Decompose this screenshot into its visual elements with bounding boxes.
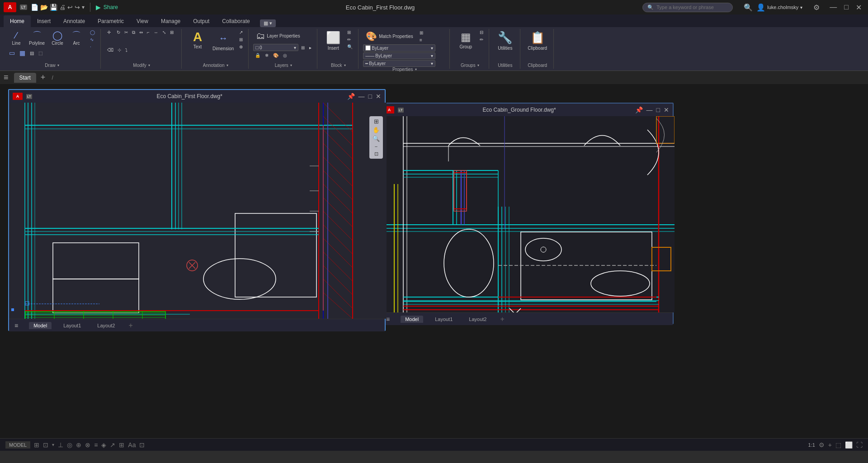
new-tab-button[interactable]: +	[38, 73, 48, 82]
table-button[interactable]: ⊞	[237, 36, 245, 43]
pin-icon-2[interactable]: 📌	[635, 106, 643, 113]
rectangle-button[interactable]: ▭	[7, 48, 17, 57]
minimize-icon-1[interactable]: —	[359, 93, 365, 100]
otrack-icon[interactable]: ⊗	[85, 441, 90, 449]
layout-add-2[interactable]: +	[498, 315, 506, 323]
ungroup-button[interactable]: ⊟	[478, 29, 485, 36]
rotate-button[interactable]: ↻	[115, 29, 122, 36]
layout-menu-1[interactable]: ≡	[14, 322, 18, 329]
layout-tab-2-1[interactable]: Layout2	[93, 322, 119, 329]
search-input[interactable]	[656, 5, 724, 10]
doc-tab-start[interactable]: Start	[14, 73, 36, 83]
layout-menu-2[interactable]: ≡	[386, 316, 390, 323]
pin-icon-1[interactable]: 📌	[347, 93, 355, 100]
transparency-icon[interactable]: ◈	[101, 441, 106, 449]
zoom-out-icon[interactable]: −	[375, 144, 377, 149]
lineweight-status-icon[interactable]: ≡	[94, 441, 98, 449]
text-button[interactable]: A Text	[186, 29, 209, 51]
line-button[interactable]: ⁄ Line	[7, 29, 25, 47]
new-icon[interactable]: 📄	[31, 4, 38, 11]
osnap-icon[interactable]: ⊕	[76, 441, 81, 449]
layer-state-button[interactable]: 🔒	[253, 52, 262, 59]
layout-add-1[interactable]: +	[127, 321, 134, 330]
dimension-button[interactable]: ↔ Dimension	[210, 29, 236, 53]
polar-icon[interactable]: ◎	[67, 441, 72, 449]
linetype-dropdown[interactable]: —— ByLayer ▾	[363, 52, 435, 59]
tab-parametric[interactable]: Parametric	[91, 15, 130, 27]
groups-group-label[interactable]: Groups ▾	[461, 63, 479, 69]
move-button[interactable]: ✛	[105, 29, 114, 36]
lineweight-dropdown[interactable]: ━ ByLayer ▾	[363, 60, 435, 67]
tab-view[interactable]: View	[130, 15, 155, 27]
settings-icon[interactable]: ⚙	[813, 3, 820, 12]
user-dropdown[interactable]: ▾	[800, 5, 802, 10]
trim-button[interactable]: ✂	[123, 29, 130, 36]
minimize-icon-2[interactable]: —	[646, 106, 653, 113]
utilities-button[interactable]: 🔧 Utilities	[494, 29, 516, 52]
layer-tools-button[interactable]: ⊞	[299, 44, 307, 51]
pan-icon[interactable]: ✋	[373, 127, 380, 133]
circle-button[interactable]: ◯ Circle	[48, 29, 66, 47]
clipboard-button[interactable]: 📋 Clipboard	[525, 29, 550, 52]
leader-button[interactable]: ↗	[237, 29, 245, 36]
open-icon[interactable]: 📂	[40, 4, 48, 11]
fullscreen-icon[interactable]: ⛶	[856, 441, 863, 449]
dropdown-arrow[interactable]: ▾	[82, 4, 85, 10]
layers-group-label[interactable]: Layers ▾	[275, 63, 292, 69]
workspace-dropdown[interactable]: ▦ ▾	[260, 19, 276, 27]
gizmo-icon[interactable]: ⊞	[119, 441, 124, 449]
hatch-button[interactable]: ▦	[18, 48, 27, 57]
properties-group-label[interactable]: Properties ▾	[392, 67, 417, 73]
share-label[interactable]: Share	[104, 4, 118, 10]
block-explore-button[interactable]: 🔍	[345, 43, 354, 50]
minimize-button[interactable]: —	[827, 3, 840, 11]
color-dropdown[interactable]: ByLayer ▾	[363, 44, 435, 52]
search-icon-btn[interactable]: 🔍	[744, 3, 753, 12]
explode-button[interactable]: ⊹	[116, 47, 123, 53]
layout-icon[interactable]: ⬜	[845, 441, 853, 449]
layout-tab-model-2[interactable]: Model	[401, 316, 423, 323]
block-group-label[interactable]: Block ▾	[331, 63, 345, 69]
tab-collaborate[interactable]: Collaborate	[216, 15, 256, 27]
layout-tab-model-1[interactable]: Model	[29, 322, 52, 329]
spline-button[interactable]: ∿	[88, 36, 97, 43]
print-icon[interactable]: 🖨	[59, 4, 66, 11]
block-edit-button[interactable]: ✏	[345, 36, 354, 43]
annotation-group-label[interactable]: Annotation ▾	[203, 63, 228, 69]
drawing-canvas-first[interactable]: × ⊡	[9, 103, 387, 319]
layout-tab-2-2[interactable]: Layout2	[464, 316, 491, 323]
modify-group-label[interactable]: Modify ▾	[133, 63, 150, 69]
snap-dropdown-icon[interactable]: ▾	[52, 442, 54, 447]
tab-manage[interactable]: Manage	[155, 15, 187, 27]
layout-tab-1-1[interactable]: Layout1	[59, 322, 85, 329]
grid-snap-icon[interactable]: ⊡	[43, 441, 48, 449]
tab-annotate[interactable]: Annotate	[57, 15, 91, 27]
tab-home[interactable]: Home	[4, 15, 31, 27]
zoom-extents-icon[interactable]: ⊞	[374, 118, 379, 125]
model-label[interactable]: MODEL	[5, 441, 30, 449]
arc-button[interactable]: ⌒ Arc	[67, 29, 85, 47]
stretch-button[interactable]: ↔	[152, 29, 160, 36]
offset-button[interactable]: ⤵	[123, 47, 129, 53]
center-mark-button[interactable]: ⊕	[237, 43, 245, 50]
layer-properties-button[interactable]: 🗂 Layer Properties	[253, 29, 302, 43]
array-button[interactable]: ⊞	[168, 29, 175, 36]
user-menu[interactable]: 👤 luke.cholmsky ▾	[756, 3, 802, 12]
list-button[interactable]: ≡	[418, 37, 425, 43]
close-icon-1[interactable]: ✕	[376, 93, 381, 100]
selection-icon[interactable]: ↗	[110, 441, 115, 449]
layer-dropdown[interactable]: □ 0 ▾	[253, 44, 298, 51]
match-properties-button[interactable]: 🎨 Match Properties	[363, 29, 416, 43]
close-icon-2[interactable]: ✕	[664, 106, 669, 113]
copy-button[interactable]: ⧉	[130, 29, 137, 36]
drawing-canvas-ground[interactable]: ×	[381, 116, 675, 312]
layer-freeze-button[interactable]: ❄	[263, 52, 270, 59]
undo-icon[interactable]: ↩	[67, 4, 73, 11]
viewport-icon[interactable]: ⬚	[835, 441, 841, 449]
nav-more-icon[interactable]: ⊡	[374, 151, 378, 157]
tab-insert[interactable]: Insert	[31, 15, 57, 27]
redo-icon[interactable]: ↪	[75, 4, 80, 11]
fillet-button[interactable]: ⌐	[145, 29, 151, 36]
save-icon[interactable]: 💾	[50, 4, 57, 11]
point-button[interactable]: ·	[88, 43, 97, 50]
